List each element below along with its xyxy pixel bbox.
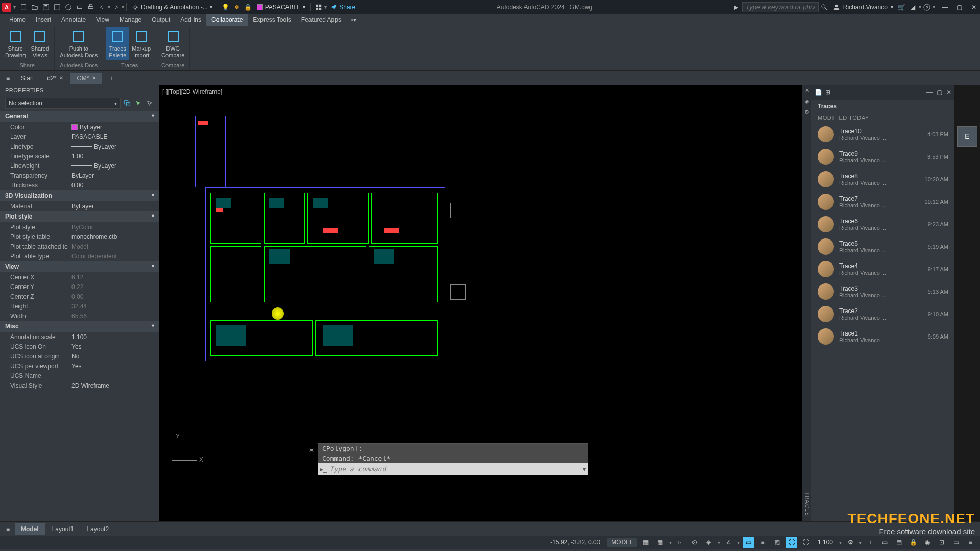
annomonitor-icon[interactable]: + (865, 537, 876, 548)
props-row[interactable]: Height32.44 (0, 301, 159, 311)
search-input[interactable] (742, 2, 819, 12)
panel-maximize-icon[interactable]: ▢ (937, 89, 942, 96)
props-row[interactable]: Center X6.12 (0, 272, 159, 282)
polar-icon[interactable]: ⊙ (689, 537, 700, 548)
coordinates[interactable]: -15.92, -3.82, 0.00 (546, 539, 604, 546)
bulb-icon[interactable]: 💡 (221, 2, 231, 12)
props-row[interactable]: Plot table attached toModel (0, 242, 159, 251)
menu-tab-collaborate[interactable]: Collaborate (206, 14, 248, 26)
panel-pin-icon[interactable]: ◈ (805, 98, 809, 105)
search-icon[interactable] (819, 2, 829, 12)
isolate-icon[interactable]: ◉ (922, 537, 933, 548)
viewport-label[interactable]: [-][Top][2D Wireframe] (162, 88, 222, 95)
props-row[interactable]: LineweightByLayer (0, 161, 159, 171)
selection-dropdown[interactable]: No selection ▾ (5, 98, 121, 109)
props-value[interactable]: ByLayer (71, 203, 154, 210)
new-trace-icon[interactable]: 📄 (815, 89, 822, 96)
cleanscreen-icon[interactable]: ▭ (950, 537, 962, 548)
trace-item[interactable]: Trace8Richard Vivanco ...10:20 AM (811, 168, 954, 190)
props-row[interactable]: LayerPASACABLE (0, 132, 159, 141)
props-row[interactable]: Plot styleByColor (0, 222, 159, 232)
menu-tab-home[interactable]: Home (4, 14, 31, 26)
ribbon-btn-traces[interactable]: TracesPalette (106, 27, 129, 60)
file-tab[interactable]: d2*✕ (41, 73, 69, 84)
cmd-dropdown-icon[interactable]: ▾ (583, 466, 586, 473)
props-value[interactable]: monochrome.ctb (71, 233, 154, 241)
otrack-icon[interactable]: ▭ (743, 537, 754, 548)
open-icon[interactable] (30, 2, 40, 12)
close-icon[interactable]: ✕ (59, 75, 63, 81)
annoscale-icon[interactable]: ⛶ (800, 537, 811, 548)
menu-tab-featured-apps[interactable]: Featured Apps (296, 14, 346, 26)
save-icon[interactable] (41, 2, 51, 12)
menu-tab-add-ins[interactable]: Add-ins (175, 14, 206, 26)
props-row[interactable]: Plot table typeColor dependent (0, 251, 159, 261)
props-row[interactable]: TransparencyByLayer (0, 171, 159, 180)
props-row[interactable]: UCS icon at originNo (0, 351, 159, 361)
trace-item[interactable]: Trace7Richard Vivanco ...10:12 AM (811, 190, 954, 213)
panel-close-icon[interactable]: ✕ (805, 87, 809, 94)
layout-tab[interactable]: Layout2 (81, 523, 115, 535)
trace-item[interactable]: Trace6Richard Vivanco ...9:23 AM (811, 213, 954, 235)
panel-minimize-icon[interactable]: — (926, 89, 933, 96)
drawing-canvas[interactable]: [-][Top][2D Wireframe] (159, 85, 811, 521)
share-button[interactable]: Share (327, 4, 358, 11)
cmdline-close-icon[interactable]: ✕ (309, 447, 314, 454)
ribbon-btn-dwg[interactable]: DWGCompare (159, 27, 186, 60)
select-objects-icon[interactable] (134, 99, 143, 108)
chevron-down-icon[interactable]: ▾ (839, 540, 842, 545)
layout-tab[interactable]: Model (15, 523, 45, 535)
menu-overflow-icon[interactable]: ▫▾ (346, 14, 362, 26)
quickprops-icon[interactable]: ▤ (893, 537, 904, 548)
freeze-icon[interactable]: ❄ (232, 2, 242, 12)
model-space-badge[interactable]: MODEL (607, 538, 637, 547)
layer-selector[interactable]: PASACABLE ▾ (254, 4, 308, 11)
ucs-icon[interactable]: Y X (166, 435, 197, 465)
props-value[interactable]: PASACABLE (71, 133, 154, 140)
annotation-icon[interactable]: ⛶ (786, 537, 797, 548)
lineweight-icon[interactable]: ≡ (757, 537, 769, 548)
search-arrow-icon[interactable]: ▶ (731, 2, 742, 12)
close-button[interactable]: ✕ (970, 3, 978, 11)
props-value[interactable]: ByLayer (71, 162, 154, 170)
annotation-scale[interactable]: 1:100 (815, 539, 836, 546)
chevron-down-icon[interactable]: ▾ (919, 4, 921, 10)
close-icon[interactable]: ✕ (92, 75, 96, 81)
props-section-header[interactable]: View▾ (0, 261, 159, 272)
trace-item[interactable]: Trace2Richard Vivanco ...9:10 AM (811, 303, 954, 325)
ribbon-btn-push-to[interactable]: Push toAutodesk Docs (58, 27, 100, 60)
trace-item[interactable]: Trace10Richard Vivanco ...4:03 PM (811, 123, 954, 146)
add-layout-button[interactable]: + (116, 523, 132, 535)
props-row[interactable]: Annotation scale1:100 (0, 332, 159, 342)
menu-tab-manage[interactable]: Manage (114, 14, 147, 26)
props-row[interactable]: UCS Name (0, 371, 159, 380)
props-row[interactable]: UCS per viewportYes (0, 361, 159, 371)
undo-icon[interactable] (97, 2, 107, 12)
print-icon[interactable] (86, 2, 96, 12)
menu-tab-express-tools[interactable]: Express Tools (248, 14, 296, 26)
props-value[interactable]: Yes (71, 363, 154, 370)
chevron-down-icon[interactable]: ▾ (859, 540, 862, 545)
trace-item[interactable]: Trace9Richard Vivanco ...3:53 PM (811, 146, 954, 168)
props-value[interactable]: ByLayer (71, 124, 154, 131)
units-icon[interactable]: ▭ (879, 537, 890, 548)
snap-toggle-icon[interactable]: ▦ (655, 537, 666, 548)
menu-tab-annotate[interactable]: Annotate (56, 14, 91, 26)
ortho-icon[interactable]: ⊾ (675, 537, 686, 548)
lockui-icon[interactable]: 🔒 (907, 537, 919, 548)
help-icon[interactable]: ? (922, 2, 932, 12)
props-value[interactable]: 0.00 (71, 182, 154, 189)
props-row[interactable]: Plot style tablemonochrome.ctb (0, 232, 159, 242)
menu-tab-output[interactable]: Output (147, 14, 175, 26)
isodraft-icon[interactable]: ◈ (703, 537, 714, 548)
chevron-down-icon[interactable]: ▾ (718, 540, 720, 545)
maximize-button[interactable]: ▢ (955, 3, 964, 11)
hamburger-icon[interactable]: ≡ (2, 73, 14, 84)
redo-dropdown[interactable]: ▾ (122, 4, 124, 10)
props-value[interactable]: No (71, 353, 154, 360)
app-menu-chevron[interactable]: ▾ (13, 4, 16, 10)
props-row[interactable]: Width65.56 (0, 311, 159, 321)
quick-select-icon[interactable] (145, 99, 154, 108)
ribbon-btn-shared[interactable]: SharedViews (29, 27, 51, 60)
undo-dropdown[interactable]: ▾ (108, 4, 110, 10)
